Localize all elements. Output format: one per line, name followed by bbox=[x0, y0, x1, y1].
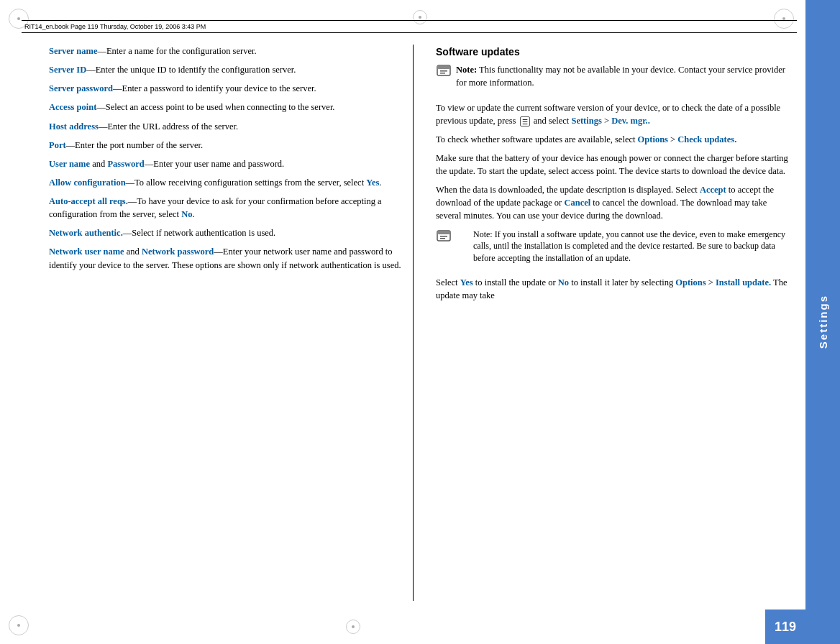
software-updates-title: Software updates bbox=[436, 45, 791, 59]
network-user-highlight: Network user name bbox=[49, 247, 124, 257]
server-id-highlight: Server ID bbox=[49, 65, 86, 75]
download-para: When the data is downloaded, the update … bbox=[436, 183, 791, 222]
main-content: Server name—Enter a name for the configu… bbox=[49, 45, 791, 601]
server-name-highlight: Server name bbox=[49, 46, 97, 56]
reg-mark-bottom-left bbox=[9, 615, 29, 635]
user-name-para: User name and Password—Enter your user n… bbox=[49, 157, 404, 170]
check-updates-para: To check whether software updates are av… bbox=[436, 133, 791, 146]
svg-rect-7 bbox=[440, 238, 445, 239]
settings-link: Settings bbox=[571, 116, 601, 126]
server-id-para: Server ID—Enter the unique ID to identif… bbox=[49, 63, 404, 76]
svg-rect-2 bbox=[440, 70, 447, 72]
center-mark-bottom bbox=[346, 620, 360, 634]
access-point-highlight: Access point bbox=[49, 102, 96, 112]
network-authentic-para: Network authentic.—Select if network aut… bbox=[49, 226, 404, 239]
tab-label: Settings bbox=[817, 295, 829, 349]
network-user-para: Network user name and Network password—E… bbox=[49, 245, 404, 271]
svg-rect-5 bbox=[437, 231, 450, 234]
no-highlight-1: No bbox=[181, 209, 192, 219]
page-number: 119 bbox=[775, 620, 796, 635]
install-update-link: Install update. bbox=[716, 277, 771, 288]
menu-icon: ☰ bbox=[520, 116, 530, 126]
network-authentic-highlight: Network authentic. bbox=[49, 228, 123, 238]
port-highlight: Port bbox=[49, 140, 66, 150]
svg-rect-1 bbox=[437, 65, 450, 69]
port-para: Port—Enter the port number of the server… bbox=[49, 139, 404, 152]
note-2-text: Note: If you install a software update, … bbox=[473, 229, 791, 264]
check-updates-link: Check updates. bbox=[677, 134, 736, 144]
no-link: No bbox=[558, 277, 569, 288]
host-address-para: Host address—Enter the URL address of th… bbox=[49, 120, 404, 133]
view-update-para: To view or update the current software v… bbox=[436, 101, 791, 127]
allow-config-highlight: Allow configuration bbox=[49, 178, 126, 188]
allow-config-para: Allow configuration—To allow receiving c… bbox=[49, 176, 404, 189]
page-number-box: 119 bbox=[765, 610, 805, 644]
accept-link: Accept bbox=[700, 185, 726, 195]
select-yes-para: Select Yes to install the update or No t… bbox=[436, 276, 791, 302]
auto-accept-para: Auto-accept all reqs.—To have your devic… bbox=[49, 195, 404, 221]
note-2-box: Note: If you install a software update, … bbox=[436, 229, 791, 270]
server-password-para: Server password—Enter a password to iden… bbox=[49, 82, 404, 95]
host-address-highlight: Host address bbox=[49, 121, 99, 132]
note-icon-1 bbox=[436, 64, 452, 77]
settings-tab: Settings bbox=[805, 0, 840, 644]
server-name-para: Server name—Enter a name for the configu… bbox=[49, 45, 404, 58]
header-bar: RIT14_en.book Page 119 Thursday, October… bbox=[22, 20, 797, 33]
header-text: RIT14_en.book Page 119 Thursday, October… bbox=[24, 23, 206, 30]
right-column: Software updates Note: This functionalit… bbox=[430, 45, 791, 601]
yes-highlight-1: Yes bbox=[366, 178, 379, 188]
left-column: Server name—Enter a name for the configu… bbox=[49, 45, 410, 601]
battery-para: Make sure that the battery of your devic… bbox=[436, 152, 791, 178]
network-password-highlight: Network password bbox=[142, 247, 214, 257]
note-icon-2 bbox=[436, 229, 452, 242]
note-1-text: Note: This functionality may not be avai… bbox=[456, 63, 791, 89]
dev-mgr-link: Dev. mgr.. bbox=[611, 116, 650, 126]
server-password-highlight: Server password bbox=[49, 83, 113, 93]
svg-rect-6 bbox=[440, 236, 447, 237]
cancel-link: Cancel bbox=[564, 198, 590, 208]
note-1-box: Note: This functionality may not be avai… bbox=[436, 63, 791, 95]
options-link-1: Options bbox=[638, 134, 668, 144]
auto-accept-highlight: Auto-accept all reqs. bbox=[49, 196, 128, 206]
password-highlight: Password bbox=[107, 159, 144, 169]
yes-link: Yes bbox=[460, 277, 473, 288]
options-link-2: Options bbox=[675, 277, 706, 288]
svg-rect-3 bbox=[440, 73, 445, 74]
user-name-highlight: User name bbox=[49, 159, 90, 169]
access-point-para: Access point—Select an access point to b… bbox=[49, 101, 404, 114]
